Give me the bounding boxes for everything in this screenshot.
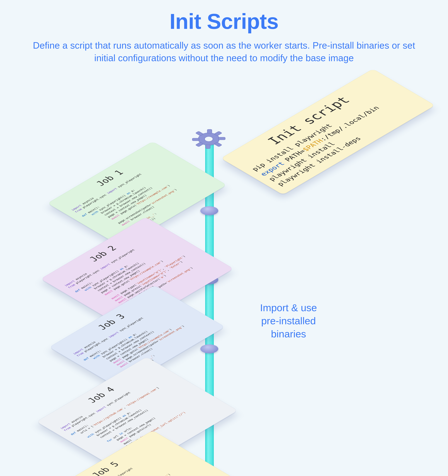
- svg-rect-8: [218, 137, 225, 140]
- diagram-stage: Init script pip install playwright expor…: [0, 122, 448, 476]
- svg-rect-5: [192, 138, 199, 141]
- gear-icon: [182, 123, 235, 155]
- page-title: Init Scripts: [0, 9, 448, 34]
- svg-rect-6: [207, 129, 212, 133]
- pole-node: [200, 344, 218, 353]
- pole-node: [200, 206, 218, 215]
- init-script-card: Init script pip install playwright expor…: [221, 69, 435, 195]
- page-subtitle: Define a script that runs automatically …: [27, 39, 421, 64]
- svg-rect-7: [206, 145, 210, 149]
- annotation-text: Import & use pre-installed binaries: [244, 301, 333, 340]
